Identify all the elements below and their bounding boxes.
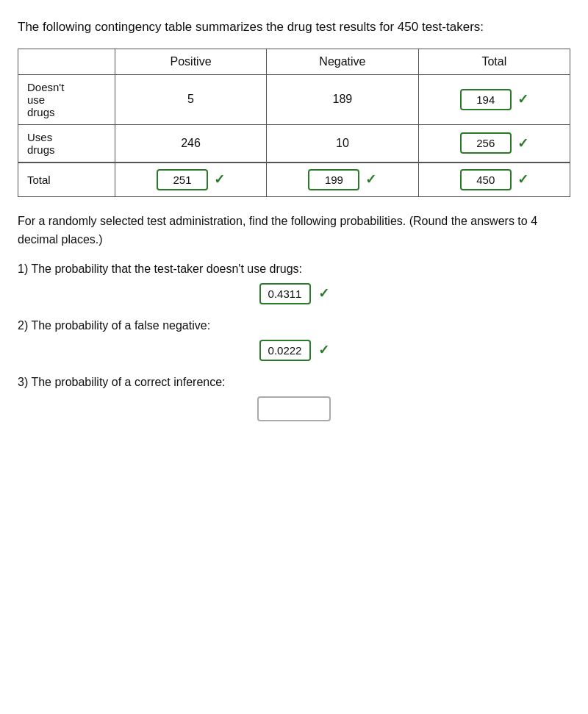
cell-total-total: 450 ✓ (418, 163, 570, 197)
intro-text: The following contingency table summariz… (18, 18, 570, 37)
check-icon: ✓ (517, 171, 528, 188)
question-3-label: 3) The probability of a correct inferenc… (18, 376, 570, 389)
question-1-answer-box[interactable]: 0.4311 (259, 283, 311, 304)
check-icon: ✓ (214, 171, 225, 188)
row-label-total: Total (18, 163, 115, 197)
table-row-total: Total 251 ✓ 199 ✓ (18, 163, 570, 197)
col-header-negative: Negative (267, 49, 418, 74)
row-label-no-drugs: Doesn'tusedrugs (18, 74, 115, 124)
cell-total-positive: 251 ✓ (115, 163, 266, 197)
table-row: Doesn'tusedrugs 5 189 194 ✓ (18, 74, 570, 124)
question-1-value: 0.4311 (268, 288, 302, 300)
question-1-label: 1) The probability that the test-taker d… (18, 263, 570, 276)
question-3-answer-box[interactable] (257, 396, 331, 421)
question-1-check-icon: ✓ (318, 285, 329, 301)
contingency-table: Positive Negative Total Doesn'tusedrugs … (18, 49, 570, 197)
question-2-label: 2) The probability of a false negative: (18, 319, 570, 332)
row-label-uses-drugs: Usesdrugs (18, 124, 115, 163)
instructions-text: For a randomly selected test administrat… (18, 212, 570, 249)
cell-uses-drugs-positive: 246 (115, 124, 266, 163)
check-icon: ✓ (517, 91, 528, 107)
question-1-answer-row: 0.4311 ✓ (18, 283, 570, 304)
col-header-empty (18, 49, 115, 74)
cell-total-negative: 199 ✓ (267, 163, 418, 197)
check-icon: ✓ (517, 135, 528, 151)
question-2-value: 0.0222 (268, 344, 302, 357)
cell-uses-drugs-negative: 10 (267, 124, 418, 163)
cell-no-drugs-total: 194 ✓ (418, 74, 570, 124)
question-2-answer-row: 0.0222 ✓ (18, 340, 570, 361)
cell-uses-drugs-total: 256 ✓ (418, 124, 570, 163)
question-2-answer-box[interactable]: 0.0222 (259, 340, 311, 361)
question-3-answer-row (18, 396, 570, 421)
question-2-check-icon: ✓ (318, 342, 329, 358)
table-row: Usesdrugs 246 10 256 ✓ (18, 124, 570, 163)
cell-no-drugs-positive: 5 (115, 74, 266, 124)
col-header-positive: Positive (115, 49, 266, 74)
check-icon: ✓ (365, 171, 376, 188)
col-header-total: Total (418, 49, 570, 74)
cell-no-drugs-negative: 189 (267, 74, 418, 124)
